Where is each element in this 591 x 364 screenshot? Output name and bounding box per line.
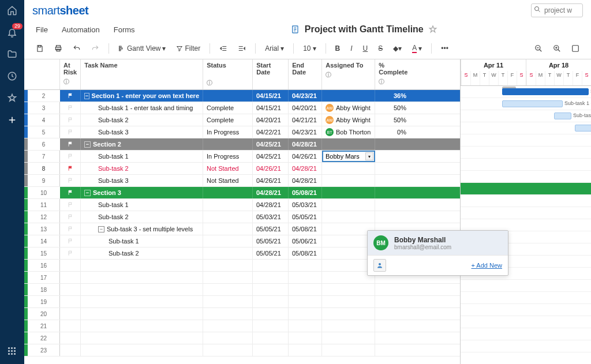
status-cell[interactable] (203, 211, 253, 223)
col-header-complete[interactable]: % Completeⓘ (375, 59, 411, 89)
assigned-cell[interactable] (322, 175, 375, 186)
start-date-cell[interactable]: 04/28/21 (253, 187, 289, 198)
table-row[interactable]: 12Sub-task 205/03/2105/05/21 (24, 211, 460, 223)
complete-cell[interactable] (375, 175, 410, 186)
redo-icon[interactable] (88, 42, 103, 55)
col-header-assigned[interactable]: Assigned Toⓘ (322, 59, 375, 89)
filter-button[interactable]: Filter (173, 42, 204, 55)
underline-icon[interactable]: U (360, 42, 372, 55)
assigned-cell[interactable] (322, 199, 375, 211)
assigned-cell[interactable] (322, 138, 375, 150)
assigned-cell[interactable] (322, 163, 375, 174)
flag-icon[interactable] (68, 165, 73, 172)
assigned-cell[interactable]: ▾ (322, 151, 375, 162)
row-number[interactable]: 10 (28, 187, 60, 198)
end-date-cell[interactable]: 05/06/21 (289, 235, 322, 247)
end-date-cell[interactable]: 04/21/21 (289, 114, 322, 126)
col-header-task[interactable]: Task Name (81, 59, 203, 89)
status-cell[interactable]: Complete (203, 114, 253, 126)
end-date-cell[interactable]: 05/03/21 (289, 199, 322, 211)
status-cell[interactable] (203, 187, 253, 198)
favorites-icon[interactable] (6, 92, 18, 104)
end-date-cell[interactable]: 05/08/21 (289, 223, 322, 235)
row-number[interactable]: 2 (28, 90, 60, 102)
assigned-cell[interactable]: BTBob Thorton (322, 126, 375, 138)
table-row[interactable]: 23 (24, 344, 460, 357)
end-date-cell[interactable]: 04/23/21 (289, 90, 322, 102)
gantt-bar[interactable]: Sub-task 2 (554, 112, 571, 119)
start-date-cell[interactable]: 04/25/21 (253, 138, 289, 150)
row-number[interactable]: 8 (28, 163, 60, 174)
complete-cell[interactable]: 36% (375, 90, 410, 102)
table-row[interactable]: 11Sub-task 104/28/2105/03/21 (24, 199, 460, 211)
gantt-row[interactable]: Sub-task 1 - enter (461, 98, 591, 110)
row-number[interactable]: 18 (28, 284, 60, 295)
start-date-cell[interactable]: 04/26/21 (253, 175, 289, 186)
assigned-cell[interactable] (322, 90, 375, 102)
gantt-row[interactable] (461, 147, 591, 159)
print-icon[interactable] (51, 42, 66, 55)
gantt-row[interactable] (461, 134, 591, 147)
row-number[interactable]: 20 (28, 308, 60, 320)
row-number[interactable]: 22 (28, 332, 60, 344)
save-icon[interactable] (32, 42, 47, 55)
indent-icon[interactable] (234, 42, 249, 55)
home-icon[interactable] (6, 5, 18, 16)
status-cell[interactable]: Not Started (203, 175, 253, 186)
gantt-bar[interactable]: Sub-task 1 - enter (502, 100, 563, 107)
start-date-cell[interactable]: 04/15/21 (253, 90, 289, 102)
flag-icon[interactable] (68, 129, 73, 136)
end-date-cell[interactable]: 04/28/21 (289, 138, 322, 150)
table-row[interactable]: 19 (24, 296, 460, 308)
complete-cell[interactable] (375, 211, 410, 223)
start-date-cell[interactable]: 04/28/21 (253, 199, 289, 211)
settings-icon[interactable] (568, 42, 583, 55)
row-number[interactable]: 13 (28, 223, 60, 235)
flag-icon[interactable] (68, 153, 73, 160)
notifications-icon[interactable]: 29 (6, 27, 18, 38)
gantt-row[interactable] (461, 183, 591, 195)
text-color-icon[interactable]: A▾ (409, 42, 425, 55)
font-size-select[interactable]: 10 ▾ (300, 42, 319, 55)
row-number[interactable]: 16 (28, 260, 60, 271)
gantt-row[interactable] (461, 195, 591, 207)
flag-icon[interactable] (68, 213, 73, 220)
gantt-row[interactable]: Sub-t (461, 122, 591, 134)
add-icon[interactable] (6, 114, 18, 126)
flag-icon[interactable] (68, 177, 73, 184)
table-row[interactable]: 9Sub-task 3Not Started04/26/2104/28/21 (24, 175, 460, 187)
table-row[interactable]: 21 (24, 320, 460, 332)
more-icon[interactable]: ••• (437, 42, 452, 55)
row-number[interactable]: 4 (28, 114, 60, 126)
gantt-bar[interactable]: Sect (502, 88, 589, 95)
add-new-contact-link[interactable]: + Add New (471, 262, 502, 269)
assigned-cell[interactable] (322, 187, 375, 198)
strike-icon[interactable]: S (375, 42, 386, 55)
table-row[interactable]: 8Sub-task 2Not Started04/26/2104/28/21 (24, 163, 460, 175)
complete-cell[interactable] (375, 163, 410, 174)
end-date-cell[interactable]: 04/23/21 (289, 126, 322, 138)
status-cell[interactable]: In Progress (203, 126, 253, 138)
table-row[interactable]: 2−Section 1 - enter your own text here04… (24, 90, 460, 102)
row-number[interactable]: 7 (28, 151, 60, 162)
start-date-cell[interactable]: 04/26/21 (253, 163, 289, 174)
row-number[interactable]: 5 (28, 126, 60, 138)
row-number[interactable]: 23 (28, 344, 60, 356)
flag-icon[interactable] (68, 189, 73, 196)
status-cell[interactable] (203, 138, 253, 150)
assigned-cell[interactable] (322, 211, 375, 223)
flag-icon[interactable] (68, 238, 73, 245)
complete-cell[interactable] (375, 187, 410, 198)
zoom-out-icon[interactable] (531, 42, 546, 55)
complete-cell[interactable] (375, 199, 410, 211)
zoom-in-icon[interactable] (549, 42, 564, 55)
collapse-toggle-icon[interactable]: − (84, 141, 91, 148)
table-row[interactable]: 22 (24, 332, 460, 344)
status-cell[interactable] (203, 90, 253, 102)
start-date-cell[interactable]: 04/15/21 (253, 102, 289, 114)
col-header-start[interactable]: Start Date (253, 59, 289, 89)
fill-color-icon[interactable]: ◆▾ (390, 42, 405, 55)
gantt-row[interactable] (461, 171, 591, 183)
flag-icon[interactable] (68, 250, 73, 257)
row-number[interactable]: 17 (28, 272, 60, 283)
